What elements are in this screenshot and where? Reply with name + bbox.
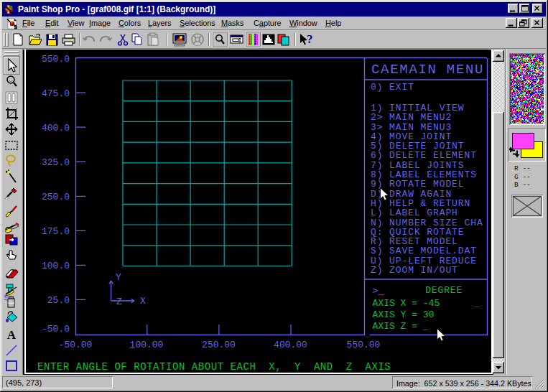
svg-text:A: A xyxy=(7,328,17,342)
svg-text:?: ? xyxy=(307,32,313,46)
